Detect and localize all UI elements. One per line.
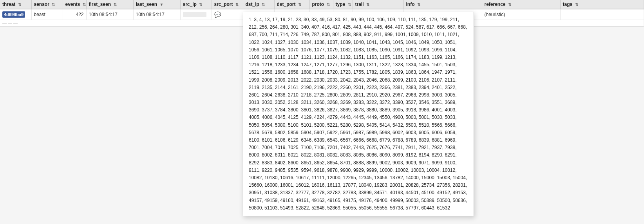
sort-icon-type: ⇅ (348, 2, 351, 7)
sort-icon-src-ip: ⇅ (199, 2, 202, 7)
col-label-type: type (336, 2, 346, 7)
col-label-dst-ip: dst_ip (246, 2, 259, 7)
col-header-sensor[interactable]: sensor ⇅ (31, 0, 63, 9)
col-header-src-port[interactable]: src_port ⇅ (212, 0, 243, 9)
main-table-container: threat ⇅ sensor ⇅ events ⇅ first_seen ⇅ … (0, 0, 644, 27)
col-label-events: events (65, 2, 80, 7)
col-label-src-port: src_port (214, 2, 233, 7)
subrow-text: — — — (2, 21, 18, 25)
col-header-info[interactable]: info ⇅ (403, 0, 482, 9)
col-header-events[interactable]: events ⇅ (63, 0, 86, 9)
col-header-trail[interactable]: trail ⇅ (353, 0, 403, 9)
first-seen-value: 10th 08:54:17 (89, 12, 118, 17)
cell-src-port: 💬 (212, 9, 243, 20)
col-header-threat[interactable]: threat ⇅ (0, 0, 31, 9)
col-label-last-seen: last_seen (136, 2, 157, 7)
col-header-proto[interactable]: proto ⇅ (309, 0, 333, 9)
col-label-reference: reference (485, 2, 506, 7)
col-header-type[interactable]: type ⇅ (333, 0, 353, 9)
sort-icon-src-port: ⇅ (235, 2, 239, 7)
col-label-info: info (406, 2, 415, 7)
cell-reference: (heuristic) (482, 9, 560, 20)
cell-tags (560, 9, 644, 20)
src-ip-value (183, 12, 206, 17)
sort-icon-threat: ⇅ (18, 2, 21, 7)
port-list: 1, 3, 4, 13, 17, 19, 21, 23, 30, 33, 49,… (249, 17, 467, 27)
sort-icon-first-seen: ⇅ (114, 2, 117, 7)
sort-icon-last-seen: ▼ (160, 2, 164, 7)
sort-icon-tags: ⇅ (575, 2, 578, 7)
col-label-trail: trail (355, 2, 364, 7)
sensor-value: beast (34, 12, 45, 17)
col-header-dst-ip[interactable]: dst_ip ⇅ (243, 0, 274, 9)
cell-last-seen: 10th 08:54:17 (133, 9, 180, 20)
sort-icon-proto: ⇅ (327, 2, 330, 7)
col-header-tags[interactable]: tags ⇅ (560, 0, 644, 9)
sort-icon-info: ⇅ (417, 2, 420, 7)
col-label-first-seen: first_seen (89, 2, 111, 7)
sort-icon-dst-port: ⇅ (298, 2, 301, 7)
reference-value: (heuristic) (485, 12, 505, 17)
col-label-src-ip: src_ip (183, 2, 197, 7)
col-label-tags: tags (563, 2, 573, 7)
col-header-dst-port[interactable]: dst_port ⇅ (274, 0, 309, 9)
table-header-row: threat ⇅ sensor ⇅ events ⇅ first_seen ⇅ … (0, 0, 644, 9)
sort-icon-sensor: ⇅ (52, 2, 55, 7)
sort-icon-events: ⇅ (83, 2, 86, 7)
col-header-first-seen[interactable]: first_seen ⇅ (86, 0, 133, 9)
sort-icon-dst-ip: ⇅ (262, 2, 265, 7)
col-header-reference[interactable]: reference ⇅ (482, 0, 560, 9)
cell-first-seen: 10th 08:54:17 (86, 9, 133, 20)
port-popup: 1, 3, 4, 13, 17, 19, 21, 23, 30, 33, 49,… (243, 12, 474, 27)
cell-src-ip (180, 9, 212, 20)
comment-icon: 💬 (214, 11, 221, 18)
col-label-threat: threat (2, 2, 15, 7)
threat-id-badge[interactable]: 4d699ba9 (2, 11, 25, 18)
cell-sensor: beast (31, 9, 63, 20)
last-seen-value: 10th 08:54:17 (136, 12, 165, 17)
cell-threat-id[interactable]: 4d699ba9 (0, 9, 31, 20)
col-label-dst-port: dst_port (277, 2, 296, 7)
col-label-proto: proto (312, 2, 324, 7)
col-label-sensor: sensor (34, 2, 49, 7)
sort-icon-trail: ⇅ (366, 2, 369, 7)
events-value: 422 (76, 12, 83, 17)
col-header-src-ip[interactable]: src_ip ⇅ (180, 0, 212, 9)
cell-events: 422 (63, 9, 86, 20)
col-header-last-seen[interactable]: last_seen ▼ (133, 0, 180, 9)
sort-icon-reference: ⇅ (508, 2, 511, 7)
